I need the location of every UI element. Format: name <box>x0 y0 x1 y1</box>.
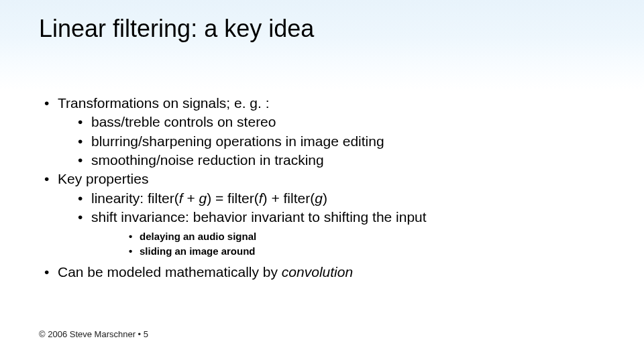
bullet-list: Transformations on signals; e. g. : bass… <box>39 94 617 282</box>
bullet-text: Key properties <box>58 171 148 186</box>
list-item: Transformations on signals; e. g. : bass… <box>39 94 617 170</box>
list-item: Key properties linearity: filter(f + g) … <box>39 170 617 259</box>
slide-title: Linear filtering: a key idea <box>39 15 314 43</box>
slide-footer: © 2006 Steve Marschner • 5 <box>39 329 148 339</box>
list-item: bass/treble controls on stereo <box>72 113 617 131</box>
list-item: blurring/sharpening operations in image … <box>72 132 617 151</box>
bullet-text: sliding an image around <box>140 245 256 257</box>
list-item: shift invariance: behavior invariant to … <box>72 208 617 259</box>
list-item: sliding an image around <box>125 244 617 259</box>
bullet-text: shift invariance: behavior invariant to … <box>91 209 427 225</box>
list-item: linearity: filter(f + g) = filter(f) + f… <box>72 189 617 208</box>
bullet-text: blurring/sharpening operations in image … <box>91 133 384 149</box>
bullet-text: Transformations on signals; e. g. : <box>58 95 270 111</box>
bullet-text: delaying an audio signal <box>140 231 256 242</box>
bullet-text: smoothing/noise reduction in tracking <box>91 152 324 168</box>
sub-list: bass/treble controls on stereo blurring/… <box>72 113 617 170</box>
bullet-text: Can be modeled mathematically by convolu… <box>58 264 353 280</box>
sub-list: linearity: filter(f + g) = filter(f) + f… <box>72 189 617 259</box>
slide-body: Transformations on signals; e. g. : bass… <box>39 94 617 282</box>
bullet-text: linearity: filter(f + g) = filter(f) + f… <box>91 190 327 206</box>
bullet-text: bass/treble controls on stereo <box>91 114 276 129</box>
list-item: delaying an audio signal <box>125 229 617 244</box>
slide: Linear filtering: a key idea Transformat… <box>0 0 644 362</box>
list-item: Can be modeled mathematically by convolu… <box>39 263 617 282</box>
list-item: smoothing/noise reduction in tracking <box>72 151 617 170</box>
sub-sub-list: delaying an audio signal sliding an imag… <box>125 229 617 259</box>
